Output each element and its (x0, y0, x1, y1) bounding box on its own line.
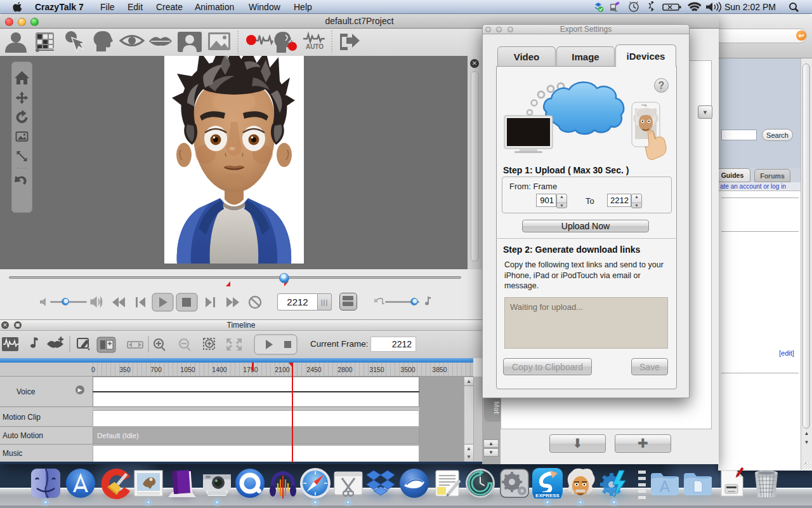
svg-text:EXPRESS: EXPRESS (535, 493, 560, 498)
svg-text:AUTO: AUTO (306, 43, 324, 50)
